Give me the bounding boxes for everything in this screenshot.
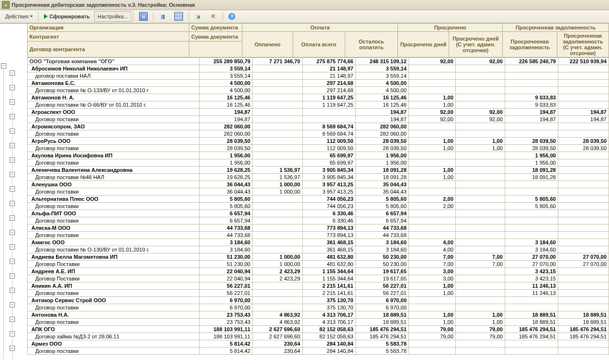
separator [153,12,154,21]
tool-chart-button[interactable]: ıı [136,11,151,22]
help-icon: ? [228,13,235,20]
form-button[interactable]: Сформировать [41,11,93,22]
settings-button[interactable]: Настройка... [94,11,131,22]
tool-import-button[interactable]: ⇱ [206,11,221,22]
help-button[interactable]: ? [225,11,239,22]
import-icon: ⇱ [210,13,217,20]
export-icon: ⇲ [194,13,202,20]
toolbar: Действия Сформировать Настройка... ıı ⇶ … [0,10,609,23]
separator [223,12,223,21]
bar-chart-icon: ıı [139,12,148,21]
report-icon: ıı [2,1,10,9]
settings-label: Настройка... [98,14,128,19]
window-title: Просроченная дебиторская задолженность v… [12,2,195,8]
tool-structure-button[interactable]: ⇶ [156,11,170,22]
actions-menu[interactable]: Действия [2,11,36,22]
grid-icon [174,12,183,21]
actions-label: Действия [5,14,28,19]
tool-export-button[interactable]: ⇲ [191,11,205,22]
play-icon [44,14,48,19]
form-label: Сформировать [49,14,90,19]
separator [38,12,39,21]
chevron-down-icon [30,15,33,17]
tree-icon: ⇶ [159,13,167,20]
separator [188,12,189,21]
separator [133,12,134,21]
window-titlebar: ıı Просроченная дебиторская задолженност… [0,0,609,10]
tool-grid-button[interactable] [171,11,186,22]
